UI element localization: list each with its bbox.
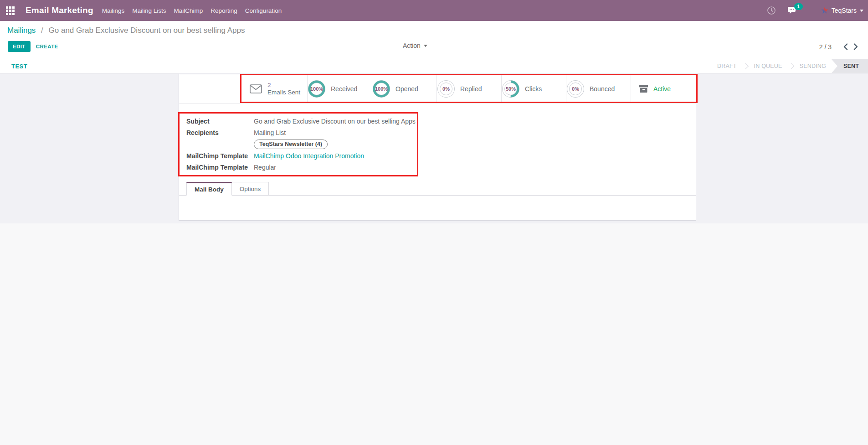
stat-opened[interactable]: 100% Opened <box>372 74 437 103</box>
user-name: TeqStars <box>832 7 857 14</box>
breadcrumb-mailings-link[interactable]: Mailings <box>7 26 36 35</box>
action-dropdown[interactable]: Action <box>403 42 427 49</box>
pager: 2 / 3 <box>819 42 861 51</box>
field-mailchimp-template: MailChimp Template MailChimp Odoo Integr… <box>186 150 696 161</box>
stage-sent[interactable]: SENT <box>832 59 868 73</box>
stat-archive-toggle[interactable]: Active <box>631 74 696 103</box>
top-nav-bar: Email Marketing Mailings Mailing Lists M… <box>0 0 868 21</box>
replied-label: Replied <box>460 85 482 93</box>
mailchimp-template-type-value: Regular <box>254 164 276 171</box>
received-progress-ring: 100% <box>308 80 326 98</box>
test-button[interactable]: TEST <box>11 63 27 70</box>
clicks-label: Clicks <box>525 85 542 93</box>
emails-sent-stack: 2 Emails Sent <box>267 82 300 96</box>
pager-previous-button[interactable] <box>841 42 851 51</box>
recipients-label: Recipients <box>186 129 254 136</box>
menu-mailings[interactable]: Mailings <box>102 7 125 14</box>
bounced-percent: 0% <box>566 80 585 98</box>
stage-sending[interactable]: SENDING <box>794 59 832 73</box>
field-mailchimp-template-type: MailChimp Template Regular <box>186 161 696 173</box>
mailchimp-template-type-label: MailChimp Template <box>186 164 254 171</box>
stat-buttons-row: 2 Emails Sent 100% Received <box>179 74 696 103</box>
notebook-tabs: Mail Body Options <box>179 182 696 196</box>
company-logo-icon <box>821 7 828 14</box>
user-menu[interactable]: TeqStars <box>821 7 863 14</box>
tab-options[interactable]: Options <box>232 182 269 196</box>
bounced-progress-ring: 0% <box>566 80 585 98</box>
form-sheet: 2 Emails Sent 100% Received <box>179 74 696 221</box>
clicks-percent: 50% <box>502 80 520 98</box>
breadcrumb: Mailings / Go and Grab Exclusive Discoun… <box>7 26 245 35</box>
breadcrumb-separator: / <box>41 26 43 35</box>
emails-sent-count: 2 <box>267 82 300 89</box>
stat-emails-sent[interactable]: 2 Emails Sent <box>240 74 307 103</box>
pager-next-button[interactable] <box>851 42 861 51</box>
received-percent: 100% <box>308 80 326 98</box>
stage-pipeline: DRAFT IN QUEUE SENDING SENT <box>712 59 868 73</box>
menu-mailing-lists[interactable]: Mailing Lists <box>132 7 166 14</box>
stage-draft[interactable]: DRAFT <box>712 59 742 73</box>
replied-progress-ring: 0% <box>437 80 455 98</box>
control-panel: Mailings / Go and Grab Exclusive Discoun… <box>0 21 868 59</box>
stage-in-queue[interactable]: IN QUEUE <box>749 59 788 73</box>
edit-button[interactable]: EDIT <box>8 41 31 52</box>
message-count-badge: 1 <box>794 3 803 10</box>
mailchimp-template-label: MailChimp Template <box>186 152 254 160</box>
opened-label: Opened <box>395 85 418 93</box>
subject-value: Go and Grab Exclusive Discount on our be… <box>254 118 416 125</box>
received-label: Received <box>331 85 357 93</box>
emails-sent-label: Emails Sent <box>267 89 300 96</box>
opened-percent: 100% <box>372 80 390 98</box>
stat-clicks[interactable]: 50% Clicks <box>501 74 566 103</box>
statusbar: TEST DRAFT IN QUEUE SENDING SENT <box>0 59 868 73</box>
form-fields: Subject Go and Grab Exclusive Discount o… <box>179 103 696 173</box>
stat-buttons-group: 2 Emails Sent 100% Received <box>240 74 696 103</box>
page-title: Go and Grab Exclusive Discount on our be… <box>49 26 245 35</box>
mailing-list-tag[interactable]: TeqStars Newsletter (4) <box>254 140 328 149</box>
menu-reporting[interactable]: Reporting <box>211 7 237 14</box>
control-buttons: EDIT CREATE <box>8 41 64 52</box>
chevron-down-icon <box>424 45 427 47</box>
apps-grid-icon[interactable] <box>6 6 15 15</box>
archive-state-label: Active <box>653 85 671 93</box>
stage-chevron-icon <box>788 63 794 69</box>
field-recipients: Recipients Mailing List <box>186 127 696 138</box>
create-button[interactable]: CREATE <box>31 41 64 52</box>
app-title[interactable]: Email Marketing <box>26 5 93 16</box>
field-recipient-tag: TeqStars Newsletter (4) <box>186 138 696 150</box>
recipients-value: Mailing List <box>254 129 286 136</box>
replied-percent: 0% <box>437 80 455 98</box>
mailchimp-template-link[interactable]: MailChimp Odoo Integration Promotion <box>254 152 364 160</box>
top-menu: Mailings Mailing Lists MailChimp Reporti… <box>102 7 282 14</box>
stat-received[interactable]: 100% Received <box>307 74 372 103</box>
menu-mailchimp[interactable]: MailChimp <box>174 7 203 14</box>
stage-chevron-icon <box>742 63 749 69</box>
clicks-progress-ring: 50% <box>502 80 520 98</box>
stat-bounced[interactable]: 0% Bounced <box>566 74 631 103</box>
field-subject: Subject Go and Grab Exclusive Discount o… <box>186 115 696 127</box>
messages-icon[interactable]: 1 <box>788 6 797 15</box>
action-label: Action <box>403 42 421 49</box>
subject-label: Subject <box>186 118 254 125</box>
stat-replied[interactable]: 0% Replied <box>437 74 501 103</box>
content-area: 2 Emails Sent 100% Received <box>0 73 868 445</box>
menu-configuration[interactable]: Configuration <box>245 7 282 14</box>
tab-mail-body[interactable]: Mail Body <box>186 182 232 196</box>
envelope-icon <box>250 84 262 93</box>
topbar-right: 1 TeqStars <box>767 6 868 15</box>
pager-value: 2 / 3 <box>819 43 832 51</box>
archive-box-icon <box>639 85 648 93</box>
bounced-label: Bounced <box>590 85 615 93</box>
activities-clock-icon[interactable] <box>767 6 776 15</box>
opened-progress-ring: 100% <box>372 80 390 98</box>
chevron-down-icon <box>860 10 863 12</box>
